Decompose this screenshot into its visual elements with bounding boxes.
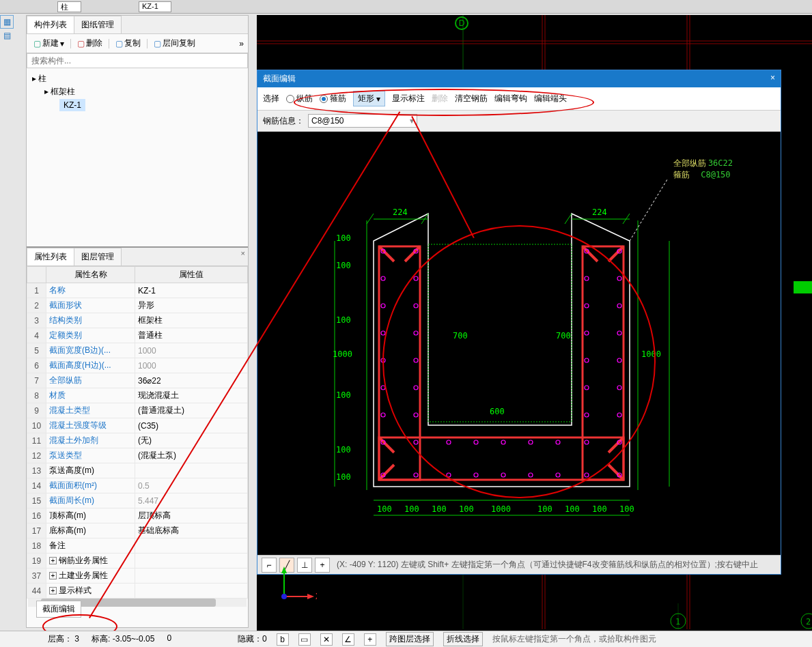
status-icon-5[interactable]: + — [364, 633, 376, 646]
editor-hint-text: (X: -409 Y: 1120) 左键或 Shift+ 左键指定第一个角点（可… — [337, 559, 758, 571]
tree-selected-item[interactable]: KZ-1 — [59, 99, 85, 111]
status-icon-4[interactable]: ∠ — [342, 633, 354, 646]
property-row[interactable]: 7全部纵筋36⌀22 — [27, 373, 248, 388]
status-icon-3[interactable]: ✕ — [320, 633, 333, 646]
property-row[interactable]: 10混凝土强度等级(C35) — [27, 418, 248, 433]
left-panel: 构件列表 图纸管理 ▢新建 ▾ ▢删除 ▢复制 ▢层间复制 » ▸ 柱 ▸ 框架… — [26, 15, 249, 628]
select-tool[interactable]: 选择 — [263, 93, 279, 104]
svg-point-60 — [556, 473, 560, 477]
new-button[interactable]: ▢新建 ▾ — [31, 36, 67, 51]
svg-text:1: 1 — [675, 617, 680, 627]
top-bar: 柱 KZ-1 — [0, 0, 812, 14]
svg-text:600: 600 — [490, 407, 505, 416]
property-row[interactable]: 8材质现浇混凝土 — [27, 388, 248, 403]
section-edit-button[interactable]: 截面编辑 — [36, 601, 81, 618]
view-icon-1[interactable]: ▦ — [0, 15, 14, 29]
property-row[interactable]: 9混凝土类型(普通混凝土) — [27, 403, 248, 418]
property-table: 属性名称属性值 1名称KZ-12截面形状异形3结构类别框架柱4定额类别普通柱5截… — [27, 266, 248, 599]
svg-text:224: 224 — [592, 207, 607, 217]
rebar-info-input[interactable]: C8@150▾ — [308, 114, 417, 128]
svg-text:100: 100 — [377, 504, 392, 514]
property-row[interactable]: 6截面高度(H边)(...1000 — [27, 358, 248, 373]
svg-point-22 — [414, 304, 418, 308]
radio-zongjin[interactable]: 纵筋 — [286, 93, 313, 104]
svg-rect-13 — [794, 281, 812, 293]
svg-text:700: 700 — [453, 331, 468, 341]
svg-text:100: 100 — [336, 472, 351, 482]
property-row[interactable]: 17底标高(m)基础底标高 — [27, 523, 248, 538]
chevron-down-icon[interactable]: ▾ — [410, 116, 414, 126]
editor-canvas[interactable]: 全部纵筋 36C22 箍筋 C8@150 — [257, 132, 781, 564]
property-row[interactable]: 13泵送高度(m) — [27, 463, 248, 478]
status-icon-2[interactable]: ▭ — [298, 633, 311, 646]
close-icon[interactable]: × — [241, 249, 245, 257]
view-icon-2[interactable]: ▤ — [0, 29, 14, 42]
layer-copy-button[interactable]: ▢层间复制 — [151, 36, 198, 51]
property-row[interactable]: 11混凝土外加剂(无) — [27, 433, 248, 448]
edit-hook-button[interactable]: 编辑弯钩 — [494, 93, 527, 104]
property-row[interactable]: 15截面周长(m)5.447 — [27, 493, 248, 508]
member-select[interactable]: KZ-1 — [139, 1, 171, 12]
svg-text:100: 100 — [619, 504, 634, 514]
svg-point-27 — [381, 386, 385, 390]
editor-delete-button: 删除 — [432, 93, 448, 104]
status-icon-1[interactable]: b — [277, 633, 289, 646]
svg-text:100: 100 — [336, 233, 351, 243]
copy-button[interactable]: ▢复制 — [113, 36, 143, 51]
rebar-info-bar: 钢筋信息： C8@150▾ — [257, 111, 781, 132]
property-row[interactable]: 14截面面积(m²)0.5 — [27, 478, 248, 493]
clear-rebar-button[interactable]: 清空钢筋 — [455, 93, 488, 104]
polyline-select[interactable]: 折线选择 — [443, 632, 483, 646]
left-icon-column: ▦ ▤ — [0, 15, 26, 31]
editor-titlebar[interactable]: 截面编辑 × — [257, 70, 781, 87]
property-row[interactable]: 19+钢筋业务属性 — [27, 553, 248, 569]
type-select[interactable]: 柱 — [57, 1, 81, 12]
cross-layer-select[interactable]: 跨图层选择 — [386, 632, 434, 646]
property-row[interactable]: 16顶标高(m)层顶标高 — [27, 508, 248, 523]
svg-text:100: 100 — [404, 504, 419, 514]
svg-point-99 — [281, 594, 287, 599]
svg-text:2: 2 — [806, 617, 811, 627]
property-row[interactable]: 4定额类别普通柱 — [27, 328, 248, 343]
tool-icon-1[interactable]: ⌐ — [262, 558, 277, 573]
drawing-canvas[interactable]: 1 2 D 截面编辑 × 选择 纵筋 箍筋 矩形▾ 显示标注 删除 清空钢筋 编… — [257, 15, 812, 631]
property-row[interactable]: 5截面宽度(B边)(...1000 — [27, 343, 248, 358]
edit-end-button[interactable]: 编辑端头 — [534, 93, 567, 104]
tab-layer-mgmt[interactable]: 图层管理 — [74, 248, 122, 265]
property-row[interactable]: 37+土建业务属性 — [27, 569, 248, 584]
svg-point-40 — [617, 358, 621, 362]
svg-text:100: 100 — [432, 504, 447, 514]
svg-point-47 — [447, 440, 451, 444]
svg-point-37 — [585, 331, 589, 335]
tab-drawing-mgmt[interactable]: 图纸管理 — [74, 16, 122, 33]
svg-point-23 — [381, 331, 385, 335]
property-row[interactable]: 2截面形状异形 — [27, 298, 248, 313]
chevron-down-icon: ▾ — [376, 94, 380, 104]
tab-properties[interactable]: 属性列表 — [27, 248, 74, 265]
search-input[interactable] — [27, 53, 248, 68]
section-editor-window: 截面编辑 × 选择 纵筋 箍筋 矩形▾ 显示标注 删除 清空钢筋 编辑弯钩 编辑… — [257, 70, 781, 575]
property-row[interactable]: 12泵送类型(混凝土泵) — [27, 448, 248, 463]
svg-text:100: 100 — [336, 445, 351, 455]
toolbar-more-icon[interactable]: » — [239, 39, 244, 48]
svg-text:1000: 1000 — [491, 504, 511, 514]
show-dim-button[interactable]: 显示标注 — [392, 93, 425, 104]
component-tree[interactable]: ▸ 柱 ▸ 框架柱 KZ-1 — [27, 68, 248, 116]
property-row[interactable]: 44+显示样式 — [27, 584, 248, 599]
shape-rect-button[interactable]: 矩形▾ — [353, 91, 385, 106]
property-row[interactable]: 3结构类别框架柱 — [27, 313, 248, 328]
property-row[interactable]: 1名称KZ-1 — [27, 283, 248, 298]
svg-point-39 — [585, 358, 589, 362]
tool-icon-4[interactable]: + — [315, 558, 330, 573]
tab-component-list[interactable]: 构件列表 — [27, 16, 74, 33]
svg-point-49 — [501, 440, 505, 444]
svg-rect-69 — [428, 244, 572, 422]
editor-close-icon[interactable]: × — [770, 73, 775, 85]
svg-text:100: 100 — [336, 261, 351, 270]
svg-point-59 — [529, 473, 533, 477]
delete-button[interactable]: ▢删除 — [74, 36, 105, 51]
property-row[interactable]: 18备注 — [27, 538, 248, 553]
svg-point-19 — [381, 276, 385, 281]
panel-tabs: 构件列表 图纸管理 — [27, 16, 248, 34]
radio-gujin[interactable]: 箍筋 — [320, 93, 346, 104]
